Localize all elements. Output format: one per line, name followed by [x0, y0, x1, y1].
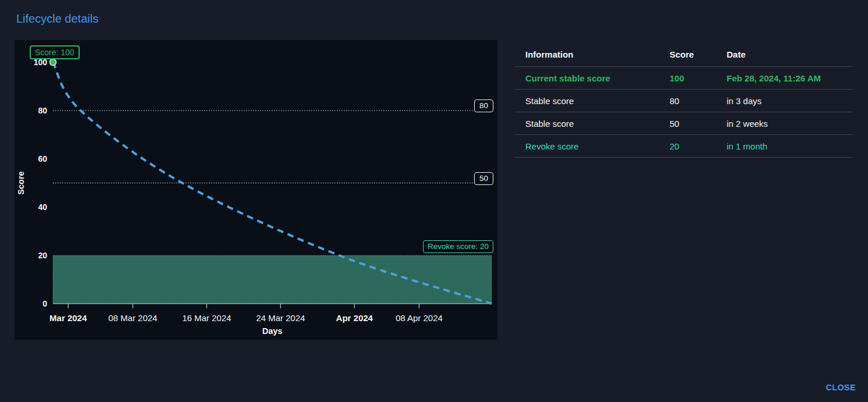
- table-row: Stable score80in 3 days: [515, 90, 852, 112]
- y-tick-label: 40: [38, 202, 47, 212]
- start-point-marker: [50, 59, 56, 66]
- revoke-score-badge: Revoke score: 20: [423, 240, 493, 253]
- table-cell-score: 80: [659, 96, 716, 106]
- y-tick-label: 60: [38, 154, 47, 163]
- table-cell-date: in 1 month: [716, 141, 852, 151]
- close-button[interactable]: CLOSE: [826, 383, 856, 392]
- x-tick-label: 16 Mar 2024: [182, 313, 231, 323]
- column-header-date: Date: [716, 49, 852, 59]
- x-tick-label: 24 Mar 2024: [256, 313, 305, 323]
- table-cell-score: 20: [659, 141, 716, 151]
- lifecycle-table: Information Score Date Current stable sc…: [515, 42, 852, 158]
- page-title: Lifecycle details: [16, 12, 98, 26]
- table-cell-information: Stable score: [515, 119, 659, 129]
- revoke-region: [53, 255, 492, 304]
- table-row: Current stable score100Feb 28, 2024, 11:…: [515, 67, 852, 90]
- table-header-row: Information Score Date: [515, 42, 852, 67]
- x-tick-label: Apr 2024: [336, 313, 373, 323]
- y-axis-title: Score: [16, 171, 26, 194]
- column-header-score: Score: [659, 49, 716, 59]
- table-cell-information: Revoke score: [515, 141, 659, 151]
- table-row: Revoke score20in 1 month: [515, 135, 852, 158]
- table-body: Current stable score100Feb 28, 2024, 11:…: [515, 67, 852, 158]
- table-cell-information: Current stable score: [515, 73, 659, 83]
- table-cell-score: 100: [659, 73, 716, 83]
- current-score-tooltip: Score: 100: [30, 45, 80, 59]
- lifecycle-details-dialog: Lifecycle details Mar 202408 Mar 202416 …: [0, 0, 868, 402]
- threshold-80-badge: 80: [474, 99, 493, 112]
- y-tick-label: 0: [42, 299, 47, 308]
- score-lifecycle-chart: Mar 202408 Mar 202416 Mar 202424 Mar 202…: [15, 40, 497, 340]
- table-cell-information: Stable score: [515, 96, 659, 106]
- table-row: Stable score50in 2 weeks: [515, 112, 852, 135]
- table-cell-score: 50: [659, 119, 716, 129]
- x-tick-label: 08 Apr 2024: [396, 313, 443, 323]
- column-header-information: Information: [515, 49, 659, 59]
- y-tick-label: 20: [38, 251, 47, 260]
- x-tick-label: Mar 2024: [49, 313, 87, 323]
- chart-canvas: Mar 202408 Mar 202416 Mar 202424 Mar 202…: [15, 40, 497, 340]
- table-cell-date: Feb 28, 2024, 11:26 AM: [716, 73, 852, 83]
- table-cell-date: in 2 weeks: [716, 119, 852, 129]
- table-cell-date: in 3 days: [716, 96, 852, 106]
- y-tick-label: 80: [38, 106, 47, 115]
- x-tick-label: 08 Mar 2024: [108, 313, 157, 323]
- x-axis-title: Days: [262, 326, 283, 336]
- threshold-50-badge: 50: [474, 172, 493, 185]
